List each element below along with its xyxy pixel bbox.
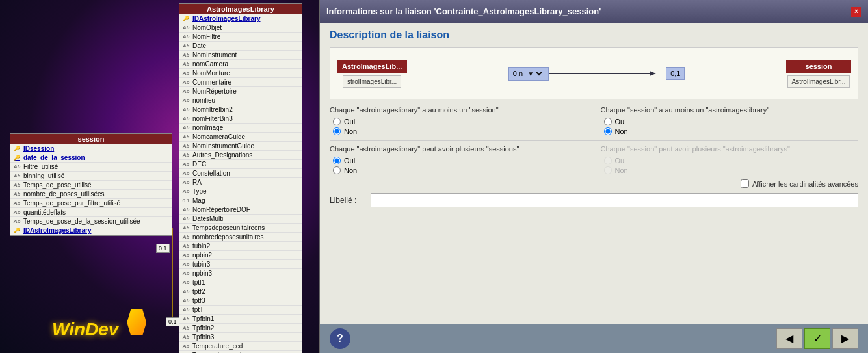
table-row: AbTpfbin3 xyxy=(179,333,302,342)
session-table-body: 🔑 IDsession 🔑 date_de_la_session AbFiltr… xyxy=(10,144,172,235)
ab-icon: Ab xyxy=(181,298,191,304)
table-row: 🔑 IDAstroImagesLibrary xyxy=(179,14,302,23)
condition1-non: Non xyxy=(333,127,588,135)
condition1-oui: Oui xyxy=(333,118,588,125)
table-row: Abnpbin2 xyxy=(179,251,302,260)
table-row: 🔑 IDAstroImagesLibrary xyxy=(10,226,172,235)
ab-icon: Ab xyxy=(181,207,191,213)
condition2-label: Chaque "session" a au moins un "astroima… xyxy=(601,106,859,114)
left-cardinality-select[interactable]: ▼ xyxy=(525,70,544,78)
table-row: AbDatesMulti xyxy=(179,215,302,224)
table-row: AbNomInstrument xyxy=(179,51,302,60)
table-row: 0.1Mag xyxy=(179,196,302,205)
advanced-label[interactable]: Afficher les cardinalités avancées xyxy=(752,180,858,188)
table-row: AbNomMonture xyxy=(179,69,302,78)
table-row: AbTemps_de_pose_de_la_session_utilisée xyxy=(10,217,172,226)
ab-icon: Ab xyxy=(181,270,191,277)
conditions-row-1: Chaque "astroimageslibrary" a au moins u… xyxy=(330,106,858,135)
forward-button[interactable]: ▶ xyxy=(832,328,858,349)
ab-icon: Ab xyxy=(181,289,191,295)
ab-icon: Ab xyxy=(12,164,21,170)
session-table: session 🔑 IDsession 🔑 date_de_la_session… xyxy=(10,133,172,236)
ab-icon: Ab xyxy=(181,125,191,131)
arrow-area: 0,n ▼ 0,1 xyxy=(407,67,786,81)
table-row: AbTpfbin1 xyxy=(179,315,302,324)
back-button[interactable]: ◀ xyxy=(776,328,802,349)
table-row: AbTemps_de_pose_par_filtre_utilisé xyxy=(10,199,172,208)
ab-icon: Ab xyxy=(181,307,191,313)
condition2-non: Non xyxy=(604,127,859,135)
ab-icon: Ab xyxy=(181,70,191,77)
help-button[interactable]: ? xyxy=(330,328,350,349)
dialog-content: Description de la liaison AstroImagesLib… xyxy=(320,23,868,324)
ab-icon: Ab xyxy=(181,343,191,350)
ok-button[interactable]: ✓ xyxy=(804,328,830,349)
table-row: 🔑 IDsession xyxy=(10,144,172,153)
condition4-oui: Oui xyxy=(604,157,859,164)
left-table-label: strolImagesLibr... xyxy=(343,75,401,88)
table-row: AbNomRépertoire xyxy=(179,87,302,96)
ab-icon: Ab xyxy=(181,107,191,113)
table-row: AbNomFiltre xyxy=(179,33,302,42)
table-row: AbCommentaire xyxy=(179,78,302,87)
table-row: Abnpbin3 xyxy=(179,269,302,278)
table-row: Abnomlieu xyxy=(179,96,302,105)
table-row: AbNomfiltreIbin2 xyxy=(179,105,302,114)
num-icon: 0.1 xyxy=(181,198,191,204)
condition3-oui: Oui xyxy=(333,157,588,164)
condition2-non-radio[interactable] xyxy=(604,127,612,135)
ab-icon: Ab xyxy=(12,209,21,216)
condition2-oui-radio[interactable] xyxy=(604,118,612,125)
table-row: AbNomInstrumentGuide xyxy=(179,142,302,151)
condition-col-3: Chaque "astroimageslibrary" peut avoir p… xyxy=(330,145,588,174)
windev-logo: WinDev xyxy=(52,309,146,340)
windev-logo-text: WinDev xyxy=(52,319,118,339)
ab-icon: Ab xyxy=(12,218,21,225)
table-row: AbConstellation xyxy=(179,169,302,178)
ab-icon: Ab xyxy=(181,134,191,140)
table-row: AbnomImage xyxy=(179,124,302,133)
ab-icon: Ab xyxy=(181,280,191,286)
section-title: Description de la liaison xyxy=(330,29,858,41)
astro-table-body: 🔑 IDAstroImagesLibrary AbNomObjet AbNomF… xyxy=(179,14,302,353)
table-row: Abtubin2 xyxy=(179,242,302,251)
condition1-non-radio[interactable] xyxy=(333,127,341,135)
dialog-footer: ? ◀ ✓ ▶ xyxy=(320,324,868,353)
dialog-title: Informations sur la liaison 'Contrainte_… xyxy=(326,7,601,16)
condition1-radio-group: Oui Non xyxy=(330,118,588,135)
close-button[interactable]: × xyxy=(851,7,861,17)
right-cardinality-box[interactable]: 0,1 xyxy=(666,67,685,80)
ab-icon: Ab xyxy=(181,25,191,31)
key-icon: 🔑 xyxy=(12,146,21,152)
condition3-radio-group: Oui Non xyxy=(330,157,588,174)
libelle-row: Libellé : xyxy=(330,193,858,207)
ab-icon: Ab xyxy=(181,161,191,168)
connection-label-1: 0,1 xyxy=(156,244,170,253)
table-row: AbFiltre_utilisé xyxy=(10,163,172,172)
ab-icon: Ab xyxy=(181,52,191,59)
session-table-header: session xyxy=(10,134,172,144)
ab-icon: Ab xyxy=(181,116,191,122)
advanced-checkbox[interactable] xyxy=(741,179,749,188)
left-cardinality-box[interactable]: 0,n ▼ xyxy=(508,67,549,81)
table-row: AbDate xyxy=(179,42,302,51)
key-icon: 🔑 xyxy=(181,16,191,22)
ab-icon: Ab xyxy=(181,152,191,159)
ab-icon: Ab xyxy=(181,325,191,332)
table-row: AbAutres_Designations xyxy=(179,151,302,160)
ab-icon: Ab xyxy=(181,61,191,68)
condition3-non-radio[interactable] xyxy=(333,166,341,174)
condition3-oui-radio[interactable] xyxy=(333,157,341,164)
table-row: AbRA xyxy=(179,178,302,187)
dialog-panel: Informations sur la liaison 'Contrainte_… xyxy=(319,0,868,353)
condition-col-1: Chaque "astroimageslibrary" a au moins u… xyxy=(330,106,588,135)
table-row: AbnomCamera xyxy=(179,60,302,69)
ab-icon: Ab xyxy=(181,170,191,177)
libelle-input[interactable] xyxy=(371,193,858,207)
ab-icon: Ab xyxy=(181,98,191,104)
table-row: Abnombre_de_poses_utilisées xyxy=(10,190,172,199)
libelle-label: Libellé : xyxy=(330,196,365,205)
table-row: AbTempsdeposeunitaireens xyxy=(179,224,302,233)
ab-icon: Ab xyxy=(181,316,191,322)
condition1-oui-radio[interactable] xyxy=(333,118,341,125)
